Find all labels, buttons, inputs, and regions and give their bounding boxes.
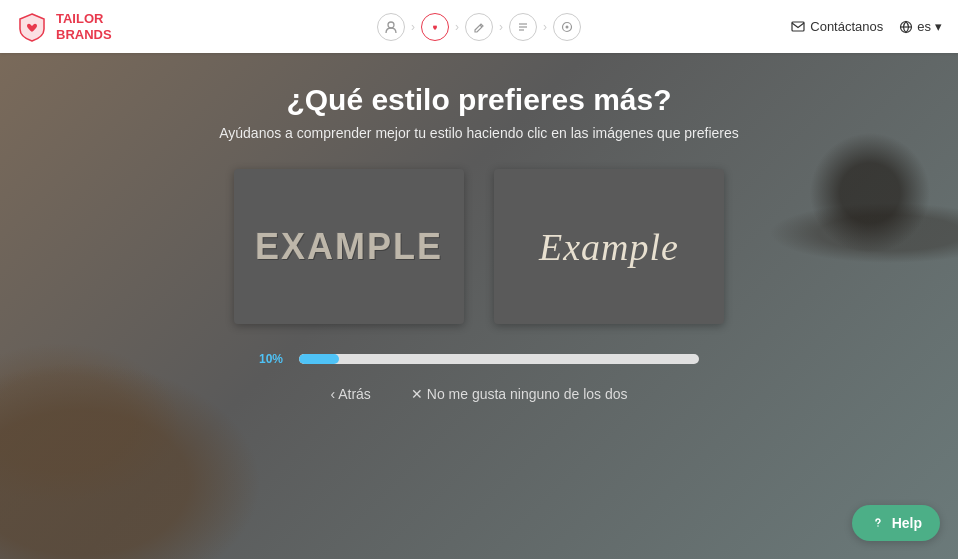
progress-bar-fill bbox=[299, 354, 339, 364]
style-card-grunge[interactable]: EXAMPLE bbox=[234, 169, 464, 324]
header-right: Contáctanos es ▾ bbox=[791, 19, 942, 34]
progress-label: 10% bbox=[259, 352, 291, 366]
progress-section: 10% bbox=[259, 352, 699, 366]
header: TAILORBRANDS › › › › Contáctanos bbox=[0, 0, 958, 53]
progress-bar-background bbox=[299, 354, 699, 364]
step-5-icon[interactable] bbox=[553, 13, 581, 41]
logo-icon bbox=[16, 11, 48, 43]
step-4-icon[interactable] bbox=[509, 13, 537, 41]
step-sep-1: › bbox=[411, 20, 415, 34]
contact-button[interactable]: Contáctanos bbox=[791, 19, 883, 34]
svg-point-9 bbox=[877, 525, 879, 527]
quiz-content: ¿Qué estilo prefieres más? Ayúdanos a co… bbox=[0, 53, 958, 402]
brand-name: TAILORBRANDS bbox=[56, 11, 112, 42]
question-title: ¿Qué estilo prefieres más? bbox=[286, 83, 671, 117]
question-subtitle: Ayúdanos a comprender mejor tu estilo ha… bbox=[219, 125, 739, 141]
script-card-text: Example bbox=[539, 225, 679, 269]
grunge-card-text: EXAMPLE bbox=[255, 226, 443, 268]
step-1-icon[interactable] bbox=[377, 13, 405, 41]
help-icon bbox=[870, 515, 886, 531]
bottom-actions: ‹ Atrás ✕ No me gusta ninguno de los dos bbox=[330, 386, 627, 402]
main-content: ¿Qué estilo prefieres más? Ayúdanos a co… bbox=[0, 53, 958, 559]
svg-rect-6 bbox=[792, 22, 804, 31]
lang-chevron-icon: ▾ bbox=[935, 19, 942, 34]
step-2-icon[interactable] bbox=[421, 13, 449, 41]
help-button[interactable]: Help bbox=[852, 505, 940, 541]
step-sep-2: › bbox=[455, 20, 459, 34]
step-sep-4: › bbox=[543, 20, 547, 34]
svg-point-0 bbox=[388, 22, 394, 28]
step-sep-3: › bbox=[499, 20, 503, 34]
logo-area: TAILORBRANDS bbox=[16, 11, 112, 43]
step-3-icon[interactable] bbox=[465, 13, 493, 41]
style-cards-container: EXAMPLE Example bbox=[234, 169, 724, 324]
back-button[interactable]: ‹ Atrás bbox=[330, 386, 370, 402]
none-button[interactable]: ✕ No me gusta ninguno de los dos bbox=[411, 386, 628, 402]
style-card-script[interactable]: Example bbox=[494, 169, 724, 324]
wizard-steps: › › › › bbox=[377, 13, 581, 41]
language-selector[interactable]: es ▾ bbox=[899, 19, 942, 34]
svg-point-5 bbox=[566, 25, 569, 28]
